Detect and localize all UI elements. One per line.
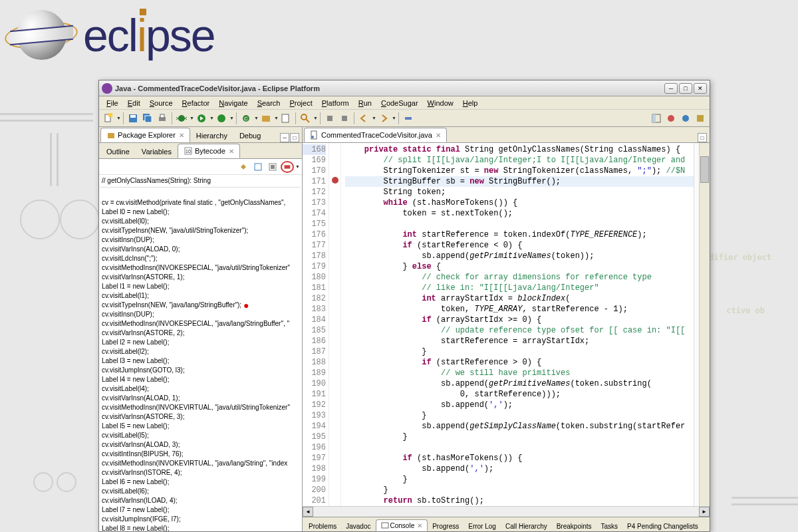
dropdown-icon[interactable]: ▼ [392,116,396,120]
view-tab-package-explorer[interactable]: Package Explorer✕ [100,128,190,142]
svg-rect-1 [108,113,112,117]
save-button[interactable] [126,112,140,125]
bytecode-line: cv.visitMethodInsn(INVOKEVIRTUAL, "java/… [100,403,301,412]
code-area[interactable]: private static final String getOnlyClass… [341,143,694,506]
view-tab-debug[interactable]: Debug [233,129,267,142]
tool-button[interactable] [402,112,415,125]
menu-refactor[interactable]: Refactor [178,98,215,108]
new-class-button[interactable]: C [239,112,253,125]
svg-rect-20 [652,114,656,122]
dropdown-icon[interactable]: ▼ [229,116,233,120]
back-button[interactable] [357,112,370,125]
maximize-editor-button[interactable]: □ [698,133,707,142]
menu-window[interactable]: Window [423,98,458,108]
bottom-tab-error-log[interactable]: Error Log [464,521,501,531]
code-line: 0, startReference))); [345,389,694,400]
main-toolbar: ▼ ▼ ▼ ▼ C ▼ ▼ ▼ ▼ ▼ [99,110,710,127]
perspective-java-button[interactable] [664,112,678,125]
code-line: if (startReference < 0) { [345,240,694,251]
dropdown-icon[interactable]: ▼ [274,116,278,120]
run-button[interactable] [195,112,208,125]
left-panel: Package Explorer✕HierarchyDebug ─ □ Outl… [99,127,303,531]
editor-panel: CommentedTraceCodeVisitor.java ✕ □ 16816… [303,127,710,531]
bottom-tab-problems[interactable]: Problems [304,521,341,531]
bottom-tab-call-hierarchy[interactable]: Call Hierarchy [501,521,552,531]
view-tab-variables[interactable]: Variables [136,145,178,158]
perspective-more-button[interactable] [694,112,707,125]
dropdown-icon[interactable]: ▼ [254,116,258,120]
editor-tab[interactable]: CommentedTraceCodeVisitor.java ✕ [304,128,447,142]
minimize-view-button[interactable]: ─ [280,133,289,142]
bytecode-line: cv = cw.visitMethod(private final static… [100,198,301,207]
bytecode-line: cv.visitLabel(l2); [100,347,301,356]
menu-project[interactable]: Project [285,98,317,108]
maximize-view-button[interactable]: □ [290,133,299,142]
bytecode-toolbar: ▼ [99,159,302,175]
svg-point-22 [682,115,689,122]
bytecode-line: cv.visitMethodInsn(INVOKESPECIAL, "java/… [100,263,301,273]
code-line: String token; [345,187,694,198]
breakpoint-icon[interactable] [332,177,338,184]
bottom-tab-breakpoints[interactable]: Breakpoints [552,521,597,531]
dropdown-icon[interactable]: ▼ [116,116,120,120]
tool-button[interactable] [323,112,336,125]
view-tab-bytecode[interactable]: 10Bytecode✕ [178,144,240,158]
code-line [345,219,694,229]
new-button[interactable] [102,112,115,125]
bytecode-line: Label l4 = new Label(); [100,375,301,384]
save-all-button[interactable] [141,112,154,125]
dropdown-icon[interactable]: ▼ [209,116,213,120]
vertical-scrollbar[interactable] [699,143,710,506]
bottom-tab-console[interactable]: Console ✕ [376,519,428,531]
bottom-tab-javadoc[interactable]: Javadoc [341,521,375,531]
tool-button[interactable] [338,112,351,125]
view-tab-hierarchy[interactable]: Hierarchy [190,129,233,142]
menu-navigate[interactable]: Navigate [214,98,252,108]
dropdown-icon[interactable]: ▼ [190,116,194,120]
menu-search[interactable]: Search [253,98,285,108]
dropdown-icon[interactable]: ▼ [372,116,376,120]
menu-help[interactable]: Help [458,98,483,108]
horizontal-scrollbar[interactable]: ◄ ► [303,506,710,517]
svg-rect-14 [282,114,289,122]
code-line: StringBuffer sb = new StringBuffer(); [345,176,694,187]
debug-button[interactable] [175,112,188,125]
bottom-tab-progress[interactable]: Progress [428,521,464,531]
code-editor[interactable]: 1681691701711721731741751761771781791801… [303,143,710,506]
bottom-tab-tasks[interactable]: Tasks [597,521,623,531]
perspective-button[interactable] [650,112,663,125]
bytecode-line: Label l2 = new Label(); [100,338,301,347]
bytecode-line: Label l8 = new Label(); [100,524,301,531]
breakpoint-gutter[interactable] [329,143,341,506]
menu-source[interactable]: Source [145,98,178,108]
bytecode-tool-button[interactable] [266,161,279,173]
menu-edit[interactable]: Edit [123,98,145,108]
forward-button[interactable] [377,112,390,125]
menu-run[interactable]: Run [354,98,376,108]
open-type-button[interactable] [279,112,293,125]
new-package-button[interactable] [259,112,273,125]
menu-platform[interactable]: Platform [317,98,354,108]
view-tab-outline[interactable]: Outline [100,145,136,158]
bytecode-tool-button[interactable] [251,161,265,173]
dropdown-icon[interactable]: ▼ [295,164,299,169]
bottom-tab-p4-pending-changelists[interactable]: P4 Pending Changelists [622,521,703,531]
run-last-button[interactable] [215,112,228,125]
search-button[interactable] [299,112,312,125]
svg-rect-5 [145,116,152,122]
dropdown-icon[interactable]: ▼ [313,116,317,120]
print-button[interactable] [156,112,169,125]
bytecode-content[interactable]: // getOnlyClassNames(String): String cv … [99,175,302,531]
bytecode-tool-button[interactable] [237,161,250,173]
perspective-debug-button[interactable] [679,112,692,125]
close-button[interactable]: ✕ [694,83,707,94]
menu-file[interactable]: File [102,98,123,108]
bytecode-link-button[interactable] [281,161,294,173]
bytecode-line: cv.visitLdcInsn(";"); [100,254,301,263]
bytecode-line: cv.visitVarInsn(ILOAD, 4); [100,496,301,505]
maximize-button[interactable]: □ [679,83,692,94]
code-line: startReference = arrayStartIdx; [345,336,694,346]
minimize-button[interactable]: ─ [664,83,678,94]
close-tab-icon[interactable]: ✕ [436,132,441,139]
menu-codesugar[interactable]: CodeSugar [376,98,423,108]
